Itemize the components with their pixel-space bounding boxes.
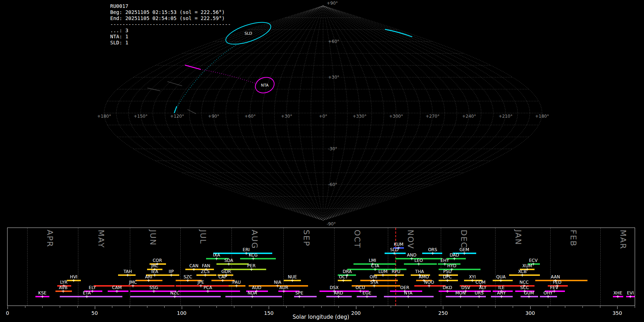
axis-tick [112,306,112,308]
month-label-JAN: JAN [514,230,522,245]
shower-peak-CAN: + [192,267,196,272]
shower-peak-NOO: + [427,283,431,288]
shower-peak-OHY: + [546,294,550,299]
axis-tick [60,306,60,308]
axis-tick [391,306,391,308]
shower-peak-JPE: + [199,283,203,288]
shower-peak-AND: + [410,256,414,261]
axis-tick [321,306,322,308]
month-boundary-SEP [283,228,284,306]
month-boundary-JAN [495,228,496,306]
shower-peak-PCA: + [206,289,210,294]
shower-bar-AAN [535,280,587,281]
shower-peak-LUM: + [381,273,385,278]
shower-peak-ELY: + [91,289,94,294]
month-label-FEB: FEB [569,230,577,247]
shower-peak-ZCS: + [203,273,207,278]
month-boundary-MAY [78,228,78,306]
axis-tick [374,306,374,308]
axis-tick [635,306,635,308]
shower-peak-MON: + [459,294,463,299]
month-boundary-DEC [441,228,441,306]
shower-peak-NDA: + [250,294,254,299]
month-label-DEC: DEC [460,230,468,248]
axis-tick [216,306,217,308]
axis-tick [426,306,426,308]
axis-tick [565,306,565,308]
axis-tick [77,306,78,308]
axis-tick [600,306,600,308]
axis-tick-label: 150 [264,310,274,316]
shower-peak-CAM: + [115,289,119,294]
shower-peak-OCT: + [341,278,345,283]
shower-peak-EGE: + [365,294,369,299]
axis-tick [530,306,531,309]
month-boundary-JUL [180,228,181,306]
shower-peak-RPU: + [394,273,398,278]
shower-peak-SDA: + [227,262,231,267]
axis-tick [42,306,43,308]
axis-tick [182,306,182,309]
shower-peak-PER: + [249,267,253,272]
shower-peak-AUR: + [282,289,286,294]
axis-tick-label: 50 [92,310,98,316]
shower-peak-XYI: + [470,278,474,283]
axis-tick [548,306,548,308]
shower-peak-OCU: + [358,289,362,294]
shower-peak-DAD: + [453,256,457,261]
shower-peak-ETA: + [85,294,89,299]
month-boundary-JUN [130,228,130,306]
axis-tick [513,306,513,308]
axis-tick-label: 350 [613,310,622,316]
shower-peak-HVI: + [72,278,76,283]
shower-peak-IIP: + [169,273,173,278]
axis-tick [304,306,304,308]
axis-tick [234,306,234,308]
month-boundary-AUG [231,228,232,306]
meteor-radiants-plot: +180°+150°+120°+90°+60°+30°+0°+330°+300°… [0,0,644,322]
activity-timeline: Solar longitude (deg) APRMAYJUNJULAUGSEP… [0,0,644,322]
shower-peak-ARI: + [147,278,151,283]
shower-peak-NUE: + [291,278,294,283]
axis-tick [443,306,443,309]
axis-tick [95,306,95,309]
axis-tick-label: 300 [525,310,535,316]
axis-tick-label: 250 [438,310,448,316]
shower-peak-AHY: + [499,294,503,299]
shower-peak-EVI: + [628,294,632,299]
month-boundary-APR [27,228,28,306]
shower-peak-SPE: + [297,294,301,299]
axis-tick [199,306,200,308]
shower-peak-AVB: + [61,289,65,294]
axis-tick-label: 200 [351,310,361,316]
axis-tick [478,306,478,308]
axis-tick [338,306,339,308]
axis-tick [582,306,583,308]
shower-bar-KCG [240,258,276,259]
shower-peak-CAP: + [221,278,225,283]
shower-peak-IEA: + [153,273,157,278]
shower-bar-SDA [216,263,249,265]
month-label-APR: APR [46,230,54,248]
axis-tick [495,306,496,308]
shower-peak-URS: + [477,294,481,299]
axis-tick [356,306,356,309]
shower-peak-LEO: + [417,262,421,267]
shower-peak-STA: + [372,283,376,288]
shower-peak-NZC: + [173,294,177,299]
axis-tick [460,306,461,308]
shower-peak-GUM: + [527,294,531,299]
shower-peak-SSG: + [152,289,156,294]
axis-tick [130,306,130,308]
shower-peak-QUA: + [499,278,503,283]
shower-peak-XCB: + [520,273,524,278]
shower-peak-PAU: + [235,283,239,288]
month-label-SEP: SEP [302,230,310,247]
axis-tick [164,306,165,308]
axis-tick [252,306,252,308]
shower-peak-TAH: + [126,273,130,278]
x-axis-title: Solar longitude (deg) [293,314,349,320]
month-boundary-NOV [388,228,388,306]
shower-peak-GEM: + [462,251,466,256]
shower-peak-SLD: + [392,251,396,256]
